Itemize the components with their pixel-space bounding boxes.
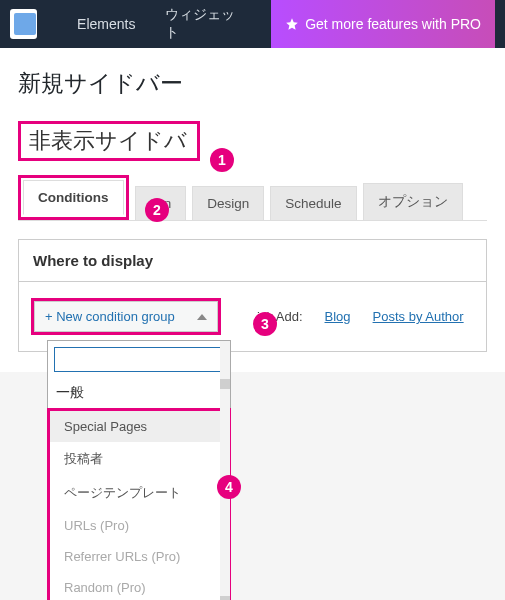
page-title: 新規サイドバー <box>18 68 487 99</box>
tab-options[interactable]: オプション <box>363 183 463 220</box>
tabs-row: Conditions tion Design Schedule オプション <box>18 175 487 221</box>
annotation-2: 2 <box>145 198 169 222</box>
tab-design[interactable]: Design <box>192 186 264 220</box>
annotation-3: 3 <box>253 312 277 336</box>
dropdown-item-referrer-urls-pro[interactable]: Referrer URLs (Pro) <box>50 541 228 572</box>
quick-add-blog[interactable]: Blog <box>325 309 351 324</box>
annotation-1: 1 <box>210 148 234 172</box>
nav-widgets[interactable]: ウィジェット <box>165 6 241 42</box>
sidebar-title-highlight <box>18 121 200 161</box>
top-nav: Elements ウィジェット Get more features with P… <box>0 0 505 48</box>
dropdown-search-wrap <box>54 347 224 372</box>
dropdown-item-random-pro[interactable]: Random (Pro) <box>50 572 228 600</box>
nav-elements[interactable]: Elements <box>77 16 135 32</box>
pro-upgrade-label: Get more features with PRO <box>305 16 481 32</box>
new-condition-group-button[interactable]: + New condition group <box>34 301 218 332</box>
dropdown-scroll-up-icon[interactable] <box>220 379 230 389</box>
new-condition-group-highlight: + New condition group <box>31 298 221 335</box>
dropdown-items-highlight: Special Pages 投稿者 ページテンプレート URLs (Pro) R… <box>47 408 231 600</box>
tab-conditions-highlight: Conditions <box>18 175 129 220</box>
dropdown-item-author[interactable]: 投稿者 <box>50 442 228 476</box>
where-to-display-panel: Where to display + New condition group i… <box>18 239 487 352</box>
sidebar-title-input[interactable] <box>29 128 189 154</box>
tab-schedule[interactable]: Schedule <box>270 186 356 220</box>
dropdown-item-special-pages[interactable]: Special Pages <box>50 411 228 442</box>
panel-header: Where to display <box>19 240 486 282</box>
app-logo-icon[interactable] <box>10 9 37 39</box>
chevron-up-icon <box>197 314 207 320</box>
star-icon <box>285 17 299 31</box>
pro-upgrade-button[interactable]: Get more features with PRO <box>271 0 495 48</box>
tab-conditions[interactable]: Conditions <box>23 180 124 215</box>
dropdown-search-input[interactable] <box>54 347 224 372</box>
condition-group-dropdown: 一般 Special Pages 投稿者 ページテンプレート URLs (Pro… <box>47 340 231 600</box>
new-condition-group-label: + New condition group <box>45 309 175 324</box>
annotation-4: 4 <box>217 475 241 499</box>
dropdown-scroll-down-icon[interactable] <box>220 596 230 600</box>
quick-add-posts-by-author[interactable]: Posts by Author <box>373 309 464 324</box>
dropdown-item-urls-pro[interactable]: URLs (Pro) <box>50 510 228 541</box>
dropdown-group-label: 一般 <box>48 378 230 408</box>
dropdown-item-page-template[interactable]: ページテンプレート <box>50 476 228 510</box>
